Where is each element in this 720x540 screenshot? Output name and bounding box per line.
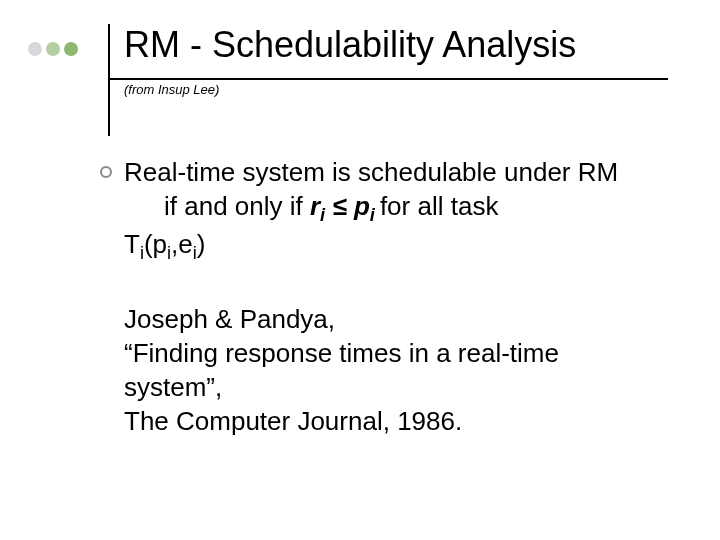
reference-block: Joseph & Pandya, “Finding response times…: [124, 303, 664, 438]
sub-i: i: [370, 205, 380, 225]
var-T: T: [124, 229, 140, 259]
slide-subtitle: (from Insup Lee): [124, 82, 219, 97]
slide-title: RM - Schedulability Analysis: [124, 24, 576, 66]
spacer: [124, 269, 664, 303]
body-text: Real-time system is schedulable under RM…: [124, 156, 618, 265]
ref-line-3: The Computer Journal, 1986.: [124, 406, 462, 436]
dot-icon: [28, 42, 42, 56]
ref-line-1: Joseph & Pandya,: [124, 304, 335, 334]
var-p: p: [354, 191, 370, 221]
slide-body: Real-time system is schedulable under RM…: [124, 156, 664, 439]
var-r: r: [310, 191, 320, 221]
decorative-dots: [28, 42, 78, 56]
bullet-item: Real-time system is schedulable under RM…: [124, 156, 664, 265]
comma-e: ,e: [171, 229, 193, 259]
slide: RM - Schedulability Analysis (from Insup…: [0, 0, 720, 540]
paren-close: ): [197, 229, 206, 259]
horizontal-divider: [108, 78, 668, 80]
ref-line-2: “Finding response times in a real-time s…: [124, 338, 559, 402]
dot-icon: [46, 42, 60, 56]
indent-spacer: [124, 191, 164, 221]
line-2-pre: if and only if: [164, 191, 310, 221]
dot-icon: [64, 42, 78, 56]
line-1: Real-time system is schedulable under RM: [124, 157, 618, 187]
paren-open: (p: [144, 229, 167, 259]
vertical-divider: [108, 24, 110, 136]
leq-symbol: ≤: [325, 191, 354, 221]
bullet-icon: [100, 166, 112, 178]
line-2-post: for all task: [380, 191, 499, 221]
